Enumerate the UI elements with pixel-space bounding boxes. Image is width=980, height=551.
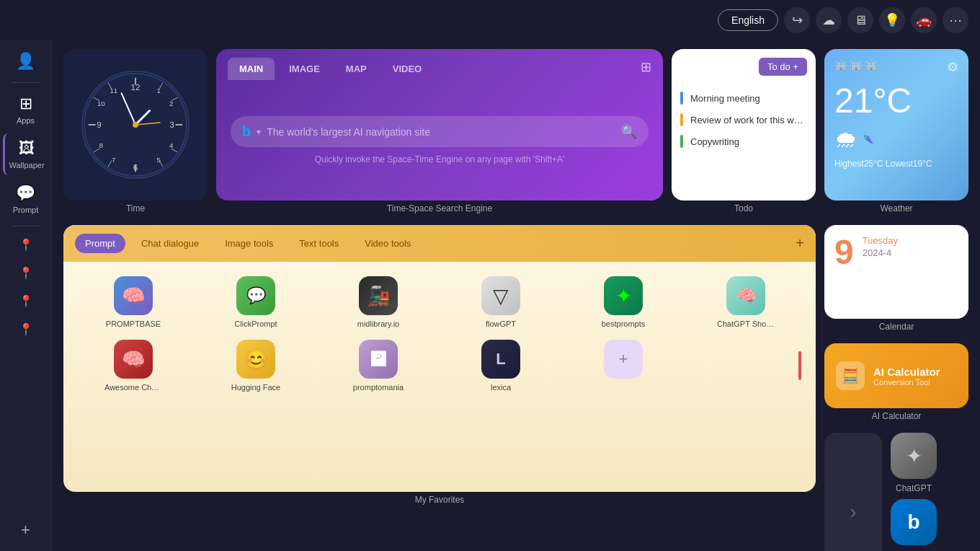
app-midlibrary[interactable]: 🚂 midlibrary.io [320, 273, 437, 331]
tab-text-tools[interactable]: Text tools [289, 234, 349, 253]
bottom-apps-col: ✦ ChatGPT b Bing + [891, 433, 937, 551]
svg-text:8: 8 [99, 141, 103, 149]
history-widget[interactable]: › [824, 433, 882, 551]
ai-calc-container: 🧮 AI Calculator Conversion Tool AI Calcu… [824, 343, 968, 424]
prompto-label: promptomania [353, 383, 404, 392]
search-button[interactable]: 🔍 [621, 124, 637, 140]
city-icon-3: 🏢 [865, 59, 877, 71]
tab-image[interactable]: IMAGE [277, 58, 331, 80]
app-clickprompt[interactable]: 💬 ClickPrompt [197, 273, 314, 331]
sidebar-item-prompt[interactable]: 💬 Prompt [3, 178, 49, 220]
svg-point-28 [133, 122, 138, 128]
calendar-widget: 9 Tuesday 2024-4 [824, 225, 968, 319]
main-layout: 👤 ⊞ Apps 🖼 Wallpaper 💬 Prompt 📍 📍 📍 📍 + [0, 40, 980, 551]
grid-icon[interactable]: ⊞ [641, 59, 651, 75]
search-hint: Quickly invoke the Space-Time Engine on … [315, 154, 565, 164]
calendar-day: 9 [834, 235, 854, 270]
svg-text:10: 10 [97, 100, 105, 107]
city-icon-2: 🏢 [850, 59, 862, 71]
weather-top: 🏢 🏢 🏢 ⚙ [834, 59, 958, 75]
car-icon[interactable]: 🚗 [911, 7, 937, 33]
search-widget-container: MAIN IMAGE MAP VIDEO ⊞ b ▾ 🔍 Quickly [216, 49, 663, 216]
todo-item-3: Copywriting [680, 131, 807, 152]
search-widget: MAIN IMAGE MAP VIDEO ⊞ b ▾ 🔍 Quickly [216, 49, 663, 200]
tab-video-tools[interactable]: Video tools [355, 234, 421, 253]
todo-dot-3 [680, 135, 683, 148]
app-hugging[interactable]: 😊 Hugging Face [197, 337, 314, 394]
todo-item-2: Review of work for this w… [680, 109, 807, 131]
search-label: Time-Space Search Engine [216, 200, 663, 216]
hugging-icon: 😊 [236, 340, 275, 379]
prompto-icon: 🅿 [359, 340, 398, 379]
add-more-icon: + [604, 340, 643, 379]
app-chatgpt-sc[interactable]: 🧠 ChatGPT Shortcut [687, 273, 804, 331]
sidebar-item-wallpaper[interactable]: 🖼 Wallpaper [3, 133, 49, 175]
app-bestprompts[interactable]: ✦ bestprompts [565, 273, 682, 331]
sidebar-pin-1[interactable]: 📍 [3, 232, 49, 257]
midlibrary-label: midlibrary.io [357, 319, 399, 328]
bulb-icon[interactable]: 💡 [879, 7, 905, 33]
lexica-label: lexica [491, 383, 511, 392]
apps-icon: ⊞ [19, 94, 32, 113]
todo-add-button[interactable]: To do + [759, 58, 807, 76]
search-tabs: MAIN IMAGE MAP VIDEO [216, 49, 663, 80]
weather-settings-icon[interactable]: ⚙ [947, 59, 958, 75]
clickprompt-icon: 💬 [236, 276, 275, 315]
sidebar-avatar[interactable]: 👤 [3, 46, 49, 76]
share-icon[interactable]: ↪ [784, 7, 810, 33]
sidebar-add[interactable]: + [3, 515, 49, 545]
lexica-icon: L [481, 340, 520, 379]
bottom-row: Prompt Chat dialogue Image tools Text to… [63, 225, 968, 551]
prompt-widget-container: Prompt Chat dialogue Image tools Text to… [63, 225, 816, 551]
dropdown-arrow[interactable]: ▾ [257, 127, 261, 137]
app-flowgpt[interactable]: ▽ flowGPT [442, 273, 559, 331]
chatgpt-sc-label: ChatGPT Shortcut [717, 319, 775, 328]
sidebar-pin-2[interactable]: 📍 [3, 260, 49, 286]
app-chatgpt-main[interactable]: ✦ ChatGPT [891, 433, 937, 493]
chatgpt-main-label: ChatGPT [896, 483, 932, 493]
monitor-icon[interactable]: 🖥 [847, 7, 873, 33]
ai-calc-text: AI Calculator Conversion Tool [873, 366, 940, 387]
calendar-info: Tuesday 2024-4 [863, 235, 898, 258]
content-area: 12 3 6 9 1 2 4 5 7 8 10 11 [52, 40, 980, 551]
cloud-icon[interactable]: ☁ [816, 7, 842, 33]
app-bing-main[interactable]: b Bing [891, 499, 937, 551]
sidebar-pin-4[interactable]: 📍 [3, 317, 49, 342]
tab-image-tools[interactable]: Image tools [215, 234, 283, 253]
clock-label: Time [63, 200, 208, 216]
app-lexica[interactable]: L lexica [442, 337, 559, 394]
prompt-tabs: Prompt Chat dialogue Image tools Text to… [63, 225, 816, 262]
tab-prompt[interactable]: Prompt [75, 234, 125, 253]
midlibrary-icon: 🚂 [359, 276, 398, 315]
svg-text:1: 1 [156, 87, 160, 94]
search-input[interactable] [267, 126, 615, 138]
app-prompto[interactable]: 🅿 promptomania [320, 337, 437, 394]
sidebar-pin-3[interactable]: 📍 [3, 288, 49, 314]
tab-video[interactable]: VIDEO [381, 58, 433, 80]
ai-calc-label: AI Calculator [824, 408, 968, 424]
prompt-add-icon[interactable]: + [796, 235, 804, 252]
ai-calc-widget[interactable]: 🧮 AI Calculator Conversion Tool [824, 343, 968, 408]
tab-main[interactable]: MAIN [228, 58, 275, 80]
more-icon[interactable]: ⋯ [943, 7, 968, 33]
app-add-more[interactable]: + [565, 337, 682, 394]
language-button[interactable]: English [718, 9, 778, 31]
weather-widget-container: 🏢 🏢 🏢 ⚙ 21°C 🌧 🌂 Highest25°C Lowest19°C [824, 49, 968, 216]
prompt-apps-grid: 🧠 PROMPTBASE 💬 ClickPrompt 🚂 midlibrary.… [63, 262, 816, 406]
search-input-row[interactable]: b ▾ 🔍 [231, 116, 649, 147]
app-promptbase[interactable]: 🧠 PROMPTBASE [75, 273, 192, 331]
sidebar-item-apps[interactable]: ⊞ Apps [3, 89, 49, 131]
ai-calc-subtitle: Conversion Tool [873, 378, 940, 387]
awesome-label: Awesome ChatG… [104, 383, 162, 392]
svg-text:2: 2 [169, 100, 173, 107]
flowgpt-icon: ▽ [481, 276, 520, 315]
prompt-label-bottom: My Favorites [63, 492, 816, 508]
app-awesome[interactable]: 🧠 Awesome ChatG… [75, 337, 192, 394]
clock-widget: 12 3 6 9 1 2 4 5 7 8 10 11 [63, 49, 208, 216]
tab-chat[interactable]: Chat dialogue [131, 234, 209, 253]
calendar-label: Calendar [824, 319, 968, 335]
clock-face: 12 3 6 9 1 2 4 5 7 8 10 11 [81, 71, 190, 179]
prompt-icon: 💬 [16, 184, 35, 203]
tab-map[interactable]: MAP [334, 58, 378, 80]
chatgpt-main-icon: ✦ [891, 433, 937, 479]
